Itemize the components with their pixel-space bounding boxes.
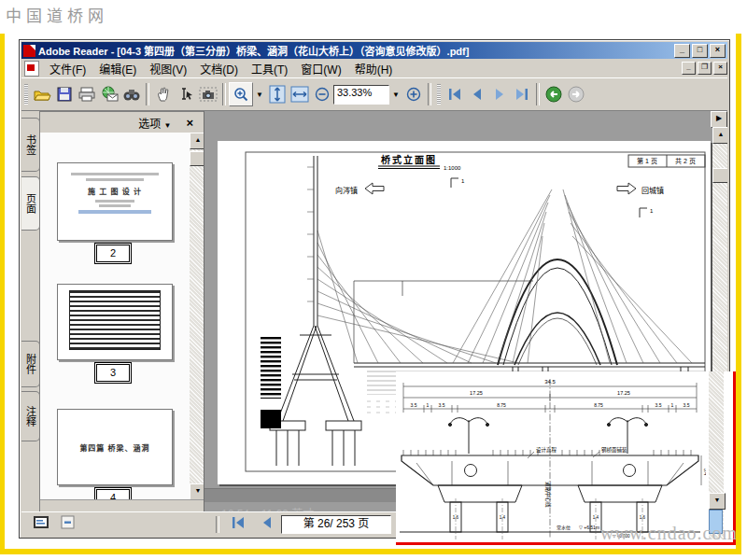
pdf-document-icon[interactable]	[24, 61, 39, 77]
toolbar-grip[interactable]	[24, 84, 28, 105]
barcode	[261, 335, 281, 399]
zoom-level-input[interactable]: 33.33%	[333, 85, 389, 105]
left-arrow-icon	[365, 183, 384, 194]
tab-pages[interactable]: 页面	[21, 176, 40, 231]
last-page-icon	[514, 87, 530, 102]
page-number-3[interactable]: 3	[96, 364, 130, 382]
doc-close-button[interactable]: ×	[713, 62, 727, 75]
status-prev-page-button[interactable]	[261, 516, 274, 533]
menu-bar: 文件(F) 编辑(E) 视图(V) 文档(D) 工具(T) 窗口(W) 帮助(H…	[21, 59, 727, 77]
column-dim: 1.4	[593, 515, 599, 520]
zoom-level-dropdown-arrow[interactable]: ▼	[389, 91, 402, 99]
search-binoculars-icon	[122, 86, 141, 103]
thumb-caption: 第四篇 桥梁、涵洞	[79, 442, 149, 453]
design-elevation-label: 设计高程	[536, 446, 557, 454]
toolbar-overflow-button[interactable]: ▶	[711, 111, 727, 128]
status-separator	[216, 516, 219, 533]
fit-width-icon	[290, 85, 309, 104]
thumbnail-page-3[interactable]	[57, 284, 173, 360]
search-button[interactable]	[120, 83, 143, 105]
menu-window[interactable]: 窗口(W)	[294, 59, 347, 78]
site-watermark-top: 中国道桥网	[6, 3, 108, 26]
tab-comments[interactable]: 注释	[21, 391, 40, 441]
menu-document[interactable]: 文档(D)	[193, 59, 245, 78]
close-button[interactable]: ×	[710, 44, 726, 58]
maximize-button[interactable]: □	[692, 44, 708, 58]
deck-height-dim: 3.4	[703, 469, 706, 475]
toolbar-separator	[146, 83, 149, 105]
zoom-out-button[interactable]	[311, 83, 333, 105]
toolbar-separator	[536, 83, 540, 105]
next-page-button[interactable]	[488, 83, 511, 105]
actual-size-icon	[268, 85, 287, 104]
minimize-button[interactable]: _	[674, 44, 690, 58]
next-page-icon	[492, 87, 507, 102]
menu-tools[interactable]: 工具(T)	[245, 59, 294, 78]
dim-small: 8.75	[497, 402, 506, 408]
single-page-layout-icon	[33, 515, 49, 530]
pages-panel-header: 选项 ▼ ×	[40, 112, 204, 133]
dim-half-right: 17.25	[617, 390, 630, 396]
page-number-field[interactable]: 第 26/ 253 页	[281, 515, 391, 534]
panel-close-button[interactable]: ×	[186, 116, 193, 130]
sheet-number: 第 1 页	[637, 157, 657, 165]
status-first-page-button[interactable]	[231, 516, 247, 533]
tab-bookmarks[interactable]: 书签	[21, 118, 40, 172]
prev-page-icon	[470, 87, 485, 102]
cross-section-overlay: 道路中心线 34.5 17.25 17.25 3.5 1 3.5 8.75 8.…	[396, 371, 736, 545]
menu-help[interactable]: 帮助(H)	[348, 59, 400, 78]
last-page-button[interactable]	[511, 83, 533, 105]
first-page-icon	[231, 516, 247, 530]
drawing-scale: 1:1000	[444, 165, 461, 171]
dim-half-left: 17.25	[470, 390, 483, 396]
zoom-tool-button[interactable]	[229, 82, 253, 106]
dim-small: 3.5	[655, 402, 662, 408]
menu-view[interactable]: 视图(V)	[143, 59, 193, 78]
options-menu[interactable]: 选项 ▼	[138, 115, 171, 131]
sidebar-scrollbar[interactable]: ▲ ▼	[190, 133, 204, 500]
thumb-text-line	[86, 178, 144, 181]
prev-page-button[interactable]	[466, 83, 488, 105]
tab-attachments[interactable]: 附件	[21, 341, 40, 387]
window-title: Adobe Reader - [04-3 第四册（第三分册）桥梁、涵洞（花山大桥…	[38, 43, 672, 58]
fit-width-button[interactable]	[289, 83, 311, 105]
select-text-button[interactable]	[175, 83, 197, 105]
continuous-layout-button[interactable]	[61, 515, 76, 533]
dim-small: 8.75	[594, 402, 603, 408]
thumb-logo-line	[78, 210, 151, 214]
column-dim: 1.6	[640, 515, 646, 520]
save-button[interactable]	[53, 83, 76, 105]
select-text-icon	[177, 86, 194, 103]
email-button[interactable]	[98, 83, 120, 105]
open-folder-icon	[33, 86, 51, 103]
actual-size-button[interactable]	[266, 83, 289, 105]
first-page-button[interactable]	[444, 83, 466, 105]
page-number-2[interactable]: 2	[96, 245, 130, 262]
doc-scroll-thumb[interactable]	[712, 168, 727, 183]
drawing-title: 桥式立面图	[381, 154, 437, 165]
doc-minimize-button[interactable]: _	[682, 62, 696, 75]
thumbnail-page-2[interactable]: 施 工 图 设 计	[57, 162, 173, 241]
open-button[interactable]	[31, 83, 53, 105]
menu-edit[interactable]: 编辑(E)	[92, 59, 143, 78]
continuous-layout-icon	[61, 515, 76, 530]
overlay-scroll-down[interactable]: ▼	[709, 493, 726, 510]
snapshot-button[interactable]	[197, 83, 219, 105]
next-view-button[interactable]	[565, 83, 587, 105]
toolbar: ▼ 33.33% ▼	[21, 77, 727, 111]
print-button[interactable]	[76, 83, 98, 105]
zoom-tool-dropdown-arrow[interactable]: ▼	[253, 91, 266, 99]
previous-view-button[interactable]	[543, 83, 565, 105]
doc-scroll-up[interactable]: ▲	[712, 127, 727, 144]
menu-file[interactable]: 文件(F)	[43, 59, 92, 78]
frame-border-left	[0, 34, 5, 554]
zoom-in-button[interactable]	[402, 83, 425, 105]
thumb-caption: 施 工 图 设 计	[58, 186, 172, 196]
toolbar-grip[interactable]	[437, 84, 441, 105]
single-page-layout-button[interactable]	[33, 515, 49, 533]
hand-tool-button[interactable]	[152, 83, 175, 105]
doc-restore-button[interactable]: ❐	[698, 62, 712, 75]
title-bar: Adobe Reader - [04-3 第四册（第三分册）桥梁、涵洞（花山大桥…	[21, 42, 727, 59]
thumbnail-page-4[interactable]: 第四篇 桥梁、涵洞	[57, 409, 173, 485]
save-floppy-icon	[56, 86, 73, 103]
